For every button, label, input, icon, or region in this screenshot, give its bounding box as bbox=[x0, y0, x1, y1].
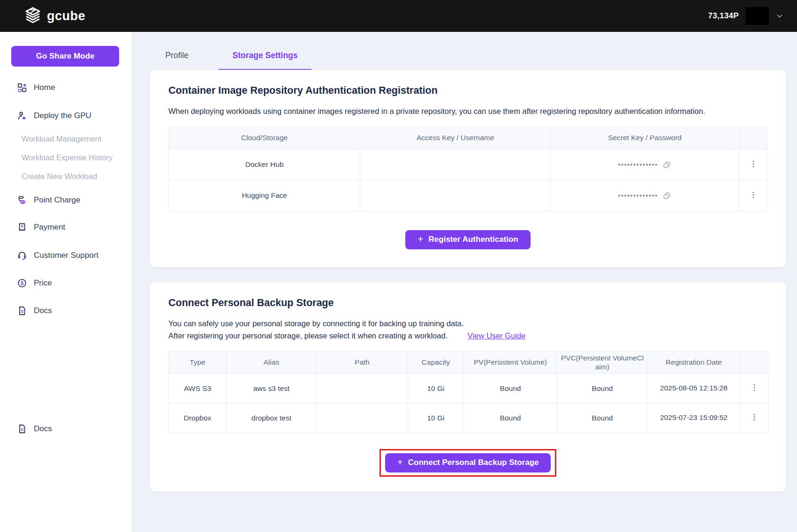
tab-storage-settings[interactable]: Storage Settings bbox=[219, 51, 311, 70]
sidebar-item-label: Price bbox=[34, 278, 52, 288]
cell-pv: Bound bbox=[464, 403, 557, 433]
document-icon bbox=[17, 306, 27, 316]
cell-capacity: 10 Gi bbox=[408, 403, 464, 433]
kebab-menu-icon[interactable] bbox=[748, 158, 759, 171]
cell-alias: dropbox test bbox=[227, 403, 317, 433]
avatar[interactable] bbox=[745, 7, 769, 25]
topbar-right: 73,134P bbox=[708, 7, 784, 25]
view-user-guide-link[interactable]: View User Guide bbox=[468, 331, 526, 340]
masked-secret: ************* bbox=[618, 162, 658, 169]
sidebar-item-label: Docs bbox=[34, 424, 52, 434]
table-row-docker-hub: Docker Hub ************* bbox=[169, 149, 767, 180]
topbar: gcube 73,134P bbox=[0, 0, 797, 32]
cell-access-key bbox=[360, 149, 551, 180]
auth-table: Cloud/Storage Access Key / Username Secr… bbox=[168, 127, 767, 211]
auth-card: Container Image Repository Authenticatio… bbox=[150, 70, 786, 267]
sidebar-item-label: Docs bbox=[34, 306, 52, 315]
sidebar-item-label: Payment bbox=[34, 223, 65, 232]
auth-card-title: Container Image Repository Authenticatio… bbox=[168, 85, 767, 97]
backup-card: Connect Personal Backup Storage You can … bbox=[150, 282, 786, 492]
cell-pv: Bound bbox=[464, 374, 557, 403]
cell-alias: aws s3 test bbox=[227, 374, 317, 403]
sidebar-item-docs-bottom[interactable]: Docs bbox=[0, 422, 52, 436]
sidebar-item-docs[interactable]: Docs bbox=[0, 304, 52, 318]
cell-actions bbox=[739, 180, 767, 211]
sidebar-item-label: Deploy the GPU bbox=[34, 111, 91, 120]
sidebar-subitem-workload-expense-history[interactable]: Workload Expense History bbox=[0, 151, 113, 164]
cell-registration-date: 2025-08-05 12:15:28 bbox=[648, 374, 740, 403]
cell-pvc: Bound bbox=[557, 403, 648, 433]
brand-logo[interactable]: gcube bbox=[24, 7, 85, 25]
masked-secret: ************* bbox=[618, 193, 658, 200]
svg-text:$: $ bbox=[21, 280, 23, 286]
column-header-access-key: Access Key / Username bbox=[360, 127, 551, 149]
sidebar-item-price[interactable]: $ Price bbox=[0, 276, 52, 290]
cell-type: Dropbox bbox=[169, 403, 227, 433]
main-content: Profile Storage Settings Container Image… bbox=[131, 32, 797, 532]
cell-path bbox=[317, 374, 408, 403]
sidebar-subitem-label: Workload Management bbox=[22, 135, 101, 143]
column-header-cloud-storage: Cloud/Storage bbox=[169, 127, 360, 149]
backup-card-description-line2: After registering your personal storage,… bbox=[168, 331, 448, 340]
connect-personal-backup-storage-label: Connect Personal Backup Storage bbox=[408, 458, 539, 467]
column-header-path: Path bbox=[317, 351, 408, 374]
auth-card-description: When deploying workloads using container… bbox=[168, 106, 767, 117]
connect-personal-backup-storage-button[interactable]: + Connect Personal Backup Storage bbox=[385, 453, 551, 472]
sidebar-item-home[interactable]: Home bbox=[0, 81, 55, 95]
column-header-registration-date: Registration Date bbox=[648, 351, 740, 374]
receipt-icon bbox=[17, 222, 27, 232]
sidebar-item-deploy-gpu[interactable]: Deploy the GPU bbox=[0, 109, 91, 123]
column-header-actions bbox=[740, 351, 768, 374]
gcube-logo-icon bbox=[24, 7, 41, 25]
sidebar: Go Share Mode Home Deploy the bbox=[0, 32, 131, 532]
cell-cloud: Hugging Face bbox=[169, 180, 360, 211]
backup-table: Type Alias Path Capacity PV(Persistent V… bbox=[168, 351, 768, 433]
sidebar-subitem-create-new-workload[interactable]: Create New Workload bbox=[0, 170, 97, 182]
cell-access-key bbox=[360, 180, 551, 211]
sidebar-item-customer-support[interactable]: Customer Support bbox=[0, 248, 99, 262]
column-header-pvc: PVC(Persistent VolumeClaim) bbox=[557, 351, 648, 374]
cell-actions bbox=[740, 403, 768, 433]
copy-icon[interactable] bbox=[662, 160, 672, 170]
copy-icon[interactable] bbox=[662, 191, 672, 201]
sidebar-item-label: Point Charge bbox=[34, 195, 80, 205]
backup-card-description-line1: You can safely use your personal storage… bbox=[168, 318, 767, 330]
dollar-circle-icon: $ bbox=[17, 278, 27, 288]
coin-stack-icon bbox=[17, 195, 27, 205]
kebab-menu-icon[interactable] bbox=[749, 382, 760, 395]
backup-card-description-line2-wrap: After registering your personal storage,… bbox=[168, 330, 767, 342]
sidebar-item-point-charge[interactable]: Point Charge bbox=[0, 193, 80, 207]
points-balance: 73,134P bbox=[708, 11, 739, 21]
auth-table-header-row: Cloud/Storage Access Key / Username Secr… bbox=[169, 127, 767, 149]
column-header-alias: Alias bbox=[227, 351, 317, 374]
register-authentication-label: Register Authentication bbox=[429, 235, 518, 244]
table-row-aws-s3: AWS S3 aws s3 test 10 Gi Bound Bound 202… bbox=[169, 374, 768, 403]
cell-pvc: Bound bbox=[557, 374, 648, 403]
cell-capacity: 10 Gi bbox=[408, 374, 464, 403]
sidebar-item-label: Customer Support bbox=[34, 251, 99, 260]
tab-profile[interactable]: Profile bbox=[135, 51, 219, 70]
kebab-menu-icon[interactable] bbox=[749, 412, 760, 424]
column-header-secret-key: Secret Key / Password bbox=[551, 127, 739, 149]
cell-secret: ************* bbox=[551, 149, 739, 180]
sidebar-subitem-label: Workload Expense History bbox=[22, 153, 113, 162]
sidebar-subitem-workload-management[interactable]: Workload Management bbox=[0, 133, 101, 145]
headset-icon bbox=[17, 250, 27, 261]
register-authentication-button[interactable]: + Register Authentication bbox=[405, 230, 530, 249]
cell-actions bbox=[740, 374, 768, 403]
sidebar-item-label: Home bbox=[34, 83, 55, 92]
cell-cloud: Docker Hub bbox=[169, 149, 360, 180]
table-row-dropbox: Dropbox dropbox test 10 Gi Bound Bound 2… bbox=[169, 403, 768, 433]
user-gear-icon bbox=[17, 111, 27, 121]
chevron-down-icon[interactable] bbox=[775, 12, 784, 20]
sidebar-subitem-label: Create New Workload bbox=[22, 172, 97, 181]
cell-secret: ************* bbox=[551, 180, 739, 211]
kebab-menu-icon[interactable] bbox=[748, 189, 759, 202]
column-header-capacity: Capacity bbox=[408, 351, 464, 374]
table-row-hugging-face: Hugging Face ************* bbox=[169, 180, 767, 211]
go-share-mode-button[interactable]: Go Share Mode bbox=[11, 46, 119, 67]
backup-table-header-row: Type Alias Path Capacity PV(Persistent V… bbox=[169, 351, 768, 374]
sidebar-item-payment[interactable]: Payment bbox=[0, 220, 65, 234]
cell-path bbox=[317, 403, 408, 433]
column-header-type: Type bbox=[169, 351, 227, 374]
